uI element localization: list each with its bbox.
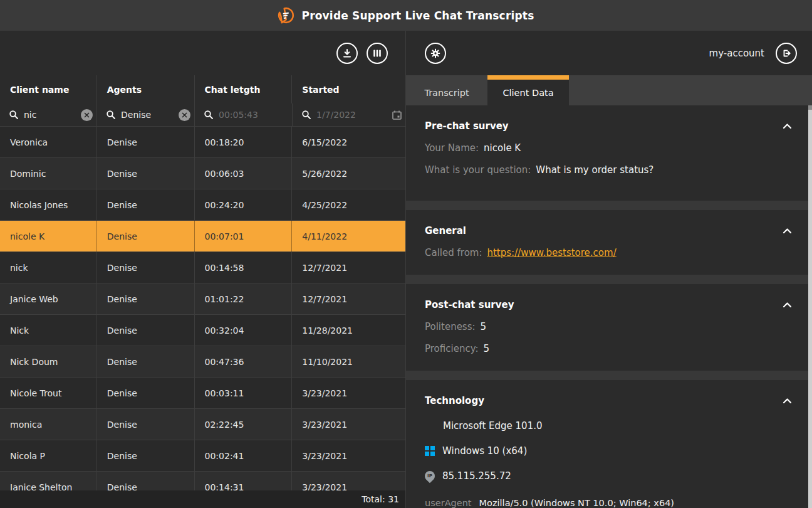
chat-length-filter-input[interactable] — [219, 110, 288, 120]
cell-length: 00:03:11 — [195, 378, 293, 408]
table-row[interactable]: Nicolas JonesDenise00:24:204/25/2022 — [0, 189, 405, 221]
cell-started: 5/26/2022 — [292, 158, 405, 189]
table-row[interactable]: Janice WebDenise01:01:2212/7/2021 — [0, 283, 405, 315]
cell-agent: Denise — [97, 158, 195, 189]
clear-filter-icon[interactable] — [179, 109, 190, 121]
cell-length: 00:18:20 — [195, 127, 293, 157]
search-icon — [9, 110, 19, 120]
cell-started: 4/25/2022 — [292, 189, 405, 220]
table-row[interactable]: nicole KDenise00:07:014/11/2022 — [0, 221, 405, 252]
field-proficiency: Proficiency:5 — [425, 343, 793, 354]
scrollbar-thumb[interactable] — [808, 105, 812, 110]
tab-transcript[interactable]: Transcript — [406, 75, 487, 105]
cell-started: 3/23/2021 — [292, 409, 405, 440]
client-name-filter — [0, 103, 97, 126]
section-post-chat-survey: Post-chat survey Politeness:5 Proficienc… — [406, 284, 812, 371]
column-header-agents[interactable]: Agents — [97, 75, 195, 103]
scrollbar[interactable] — [808, 105, 812, 508]
section-title: Pre-chat survey — [425, 120, 509, 132]
section-pre-chat-survey: Pre-chat survey Your Name:nicole K What … — [406, 105, 812, 201]
cell-client: Nick — [0, 315, 97, 346]
cell-client: Janice Shelton — [0, 472, 97, 490]
filter-row — [0, 103, 405, 127]
windows-icon — [425, 446, 435, 456]
started-filter — [293, 103, 406, 126]
field-your-name: Your Name:nicole K — [425, 142, 793, 154]
cell-agent: Denise — [97, 189, 195, 220]
called-from-link[interactable]: https://www.beststore.com/ — [487, 247, 616, 258]
calendar-icon[interactable] — [392, 110, 402, 120]
collapse-icon[interactable] — [781, 226, 793, 235]
cell-length: 00:32:04 — [195, 315, 293, 346]
os-info: Windows 10 (x64) — [425, 445, 793, 457]
cell-started: 11/28/2021 — [292, 315, 405, 346]
cell-client: Veronica — [0, 127, 97, 157]
cell-length: 02:22:45 — [195, 409, 293, 440]
cell-agent: Denise — [97, 283, 195, 314]
collapse-icon[interactable] — [781, 300, 793, 309]
download-button[interactable] — [336, 43, 358, 64]
cell-agent: Denise — [97, 472, 195, 490]
clear-filter-icon[interactable] — [81, 109, 93, 121]
cell-agent: Denise — [97, 378, 195, 408]
collapse-icon[interactable] — [781, 122, 793, 130]
account-area: my-account — [709, 43, 797, 64]
columns-button[interactable] — [367, 43, 388, 64]
cell-length: 00:47:36 — [195, 346, 293, 377]
started-filter-input[interactable] — [316, 110, 387, 120]
table-row[interactable]: nickDenise00:14:5812/7/2021 — [0, 252, 405, 283]
table-row[interactable]: VeronicaDenise00:18:206/15/2022 — [0, 127, 405, 158]
search-icon — [204, 110, 214, 120]
cell-client: Nicolas Jones — [0, 189, 97, 220]
logout-button[interactable] — [776, 43, 797, 64]
table-row[interactable]: monicaDenise02:22:453/23/2021 — [0, 409, 405, 440]
collapse-icon[interactable] — [781, 396, 793, 405]
column-header-client-name[interactable]: Client name — [0, 75, 97, 103]
cell-client: Nick Doum — [0, 346, 97, 377]
settings-button[interactable] — [425, 43, 446, 64]
cell-agent: Denise — [97, 221, 195, 251]
column-header-started[interactable]: Started — [292, 75, 405, 103]
cell-started: 11/10/2021 — [292, 346, 405, 377]
cell-client: Dominic — [0, 158, 97, 189]
cell-started: 4/11/2022 — [292, 221, 405, 251]
cell-client: Nicola P — [0, 440, 97, 471]
tab-client-data[interactable]: Client Data — [487, 75, 569, 105]
column-header-chat-length[interactable]: Chat letgth — [195, 75, 293, 103]
section-title: Post-chat survey — [425, 299, 514, 310]
cell-client: Nicole Trout — [0, 378, 97, 408]
edge-icon — [425, 421, 435, 431]
cell-client: nick — [0, 252, 97, 283]
cell-agent: Denise — [97, 315, 195, 346]
user-agent: userAgentMozilla/5.0 (Windows NT 10.0; W… — [425, 497, 766, 508]
table-row[interactable]: Nicola PDenise00:02:413/23/2021 — [0, 440, 405, 472]
client-name-filter-input[interactable] — [24, 110, 76, 120]
table-row[interactable]: Nicole TroutDenise00:03:113/23/2021 — [0, 378, 405, 409]
browser-info: Microsoft Edge 101.0 — [425, 420, 793, 431]
section-title: General — [425, 225, 466, 236]
agents-filter — [97, 103, 195, 126]
field-called-from: Called from:https://www.beststore.com/ — [425, 247, 793, 258]
app-window: Provide Support Live Chat Transcripts — [0, 0, 812, 508]
cell-started: 12/7/2021 — [292, 283, 405, 314]
agents-filter-input[interactable] — [121, 110, 174, 120]
cell-started: 3/23/2021 — [292, 472, 405, 490]
cell-started: 3/23/2021 — [292, 378, 405, 408]
cell-length: 00:07:01 — [195, 221, 293, 251]
columns-icon — [372, 48, 383, 59]
cell-length: 01:01:22 — [195, 283, 293, 314]
table-row[interactable]: Nick DoumDenise00:47:3611/10/2021 — [0, 346, 405, 378]
table-row[interactable]: Janice SheltonDenise00:14:313/23/2021 — [0, 472, 405, 490]
cell-started: 3/23/2021 — [292, 440, 405, 471]
cell-length: 00:14:58 — [195, 252, 293, 283]
table-row[interactable]: DominicDenise00:06:035/26/2022 — [0, 158, 405, 189]
account-name: my-account — [709, 48, 764, 59]
total-count: Total: 31 — [362, 494, 399, 504]
table-row[interactable]: NickDenise00:32:0411/28/2021 — [0, 315, 405, 346]
section-title: Technology — [425, 395, 484, 406]
cell-client: monica — [0, 409, 97, 440]
field-question: What is your question:What is my order s… — [425, 164, 793, 176]
download-icon — [341, 48, 353, 59]
cell-agent: Denise — [97, 440, 195, 471]
table-header: Client name Agents Chat letgth Started — [0, 75, 405, 103]
